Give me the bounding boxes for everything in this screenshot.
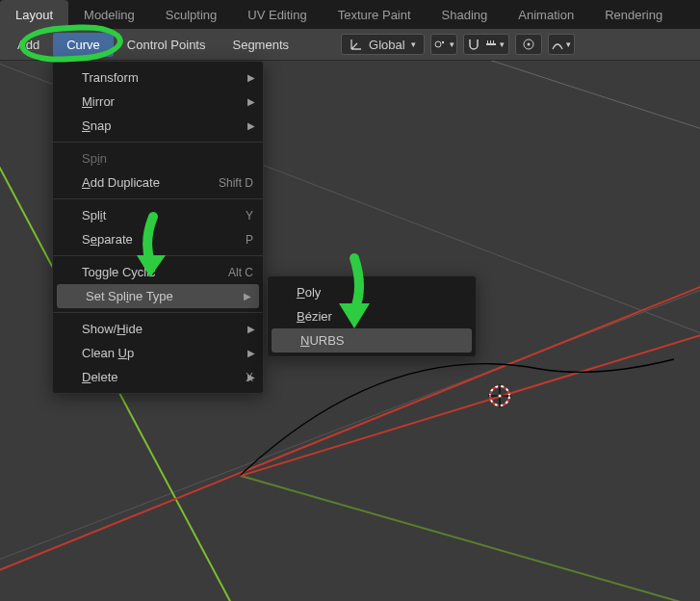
chevron-down-icon: ▾ bbox=[566, 39, 571, 49]
menu-item-label: Poly bbox=[297, 285, 466, 300]
chevron-down-icon: ▾ bbox=[411, 39, 416, 49]
submenu-item-nurbs[interactable]: NURBS bbox=[272, 328, 472, 353]
tab-rendering[interactable]: Rendering bbox=[589, 0, 678, 29]
svg-rect-4 bbox=[490, 40, 491, 43]
menu-separator bbox=[53, 198, 263, 199]
submenu-item-poly[interactable]: Poly bbox=[268, 280, 476, 304]
3d-cursor bbox=[486, 382, 513, 409]
submenu-caret-icon: ▶ bbox=[247, 348, 255, 358]
menu-item-label: Transform bbox=[82, 70, 253, 85]
submenu-caret-icon: ▶ bbox=[247, 96, 255, 107]
proportional-icon bbox=[522, 38, 535, 51]
chevron-down-icon: ▾ bbox=[450, 39, 454, 49]
svg-point-7 bbox=[527, 43, 530, 46]
submenu-caret-icon: ▶ bbox=[247, 120, 255, 131]
menu-item-label: Show/Hide bbox=[82, 322, 253, 336]
menu-add[interactable]: Add bbox=[4, 33, 53, 57]
grid-line bbox=[404, 61, 700, 211]
tab-modeling[interactable]: Modeling bbox=[68, 0, 150, 29]
chevron-down-icon: ▾ bbox=[500, 39, 505, 49]
menu-item-shortcut: P bbox=[246, 233, 253, 247]
menu-item-label: Snap bbox=[82, 118, 253, 133]
magnet-icon bbox=[467, 38, 480, 51]
tab-uv-editing[interactable]: UV Editing bbox=[232, 0, 322, 29]
set-spline-type-submenu: Poly Bézier NURBS bbox=[267, 275, 477, 357]
svg-rect-2 bbox=[486, 43, 496, 45]
pivot-icon bbox=[432, 37, 448, 52]
menu-item-add-duplicate[interactable]: Add Duplicate Shift D bbox=[53, 170, 263, 195]
curve-menu: Transform ▶ Mirror ▶ Snap ▶ Spin Add Dup… bbox=[52, 61, 264, 394]
svg-point-0 bbox=[435, 41, 441, 47]
transform-orientation-label: Global bbox=[369, 38, 405, 52]
menu-item-label: NURBS bbox=[300, 333, 462, 348]
menu-item-snap[interactable]: Snap ▶ bbox=[53, 114, 263, 138]
svg-rect-3 bbox=[487, 40, 488, 43]
menu-item-set-spline-type[interactable]: Set Spline Type ▶ bbox=[57, 284, 259, 308]
menu-separator bbox=[53, 255, 263, 256]
tab-animation[interactable]: Animation bbox=[503, 0, 589, 29]
workspace-tab-bar: Layout Modeling Sculpting UV Editing Tex… bbox=[0, 0, 700, 29]
svg-rect-5 bbox=[493, 40, 494, 43]
menu-item-split[interactable]: Split Y bbox=[53, 203, 263, 227]
tab-layout[interactable]: Layout bbox=[0, 0, 68, 29]
submenu-caret-icon: ▶ bbox=[247, 372, 255, 382]
menu-item-shortcut: Alt C bbox=[228, 266, 253, 279]
svg-point-1 bbox=[442, 41, 444, 43]
menu-item-spin: Spin bbox=[53, 146, 263, 170]
menu-separator bbox=[53, 312, 263, 313]
tab-shading[interactable]: Shading bbox=[427, 0, 504, 29]
menu-item-label: Separate bbox=[82, 232, 230, 247]
submenu-caret-icon: ▶ bbox=[244, 291, 251, 301]
menu-item-show-hide[interactable]: Show/Hide ▶ bbox=[53, 317, 263, 341]
tab-texture-paint[interactable]: Texture Paint bbox=[323, 0, 427, 29]
transform-orientation-dropdown[interactable]: Global ▾ bbox=[341, 34, 425, 55]
menu-curve[interactable]: Curve bbox=[53, 33, 114, 57]
axis-line-y bbox=[241, 475, 700, 601]
menu-control-points[interactable]: Control Points bbox=[114, 33, 220, 57]
menu-item-shortcut: Shift D bbox=[219, 176, 253, 190]
menu-separator bbox=[53, 142, 263, 143]
proportional-falloff-dropdown[interactable]: ▾ bbox=[548, 34, 575, 55]
menu-item-label: Clean Up bbox=[82, 346, 253, 360]
submenu-caret-icon: ▶ bbox=[247, 324, 255, 334]
pivot-point-dropdown[interactable]: ▾ bbox=[430, 34, 457, 55]
menu-item-clean-up[interactable]: Clean Up ▶ bbox=[53, 341, 263, 365]
menu-item-label: Split bbox=[82, 208, 230, 222]
menu-item-label: Delete bbox=[82, 370, 230, 384]
menu-item-label: Toggle Cyclic bbox=[82, 265, 213, 279]
submenu-item-bezier[interactable]: Bézier bbox=[268, 304, 476, 328]
menu-item-label: Mirror bbox=[82, 94, 253, 109]
menu-item-shortcut: Y bbox=[246, 209, 253, 222]
menu-item-delete[interactable]: Delete X ▶ bbox=[53, 365, 263, 389]
menu-item-label: Add Duplicate bbox=[82, 175, 203, 190]
menu-segments[interactable]: Segments bbox=[219, 33, 302, 57]
menu-item-separate[interactable]: Separate P bbox=[53, 227, 263, 251]
orientation-icon bbox=[350, 38, 363, 51]
submenu-caret-icon: ▶ bbox=[247, 72, 255, 83]
menu-item-label: Spin bbox=[82, 151, 253, 166]
editor-menu-bar: Add Curve Control Points Segments Global… bbox=[0, 29, 700, 61]
proportional-editing-toggle[interactable] bbox=[515, 34, 542, 55]
tab-sculpting[interactable]: Sculpting bbox=[150, 0, 232, 29]
snap-increment-icon bbox=[484, 38, 498, 51]
menu-item-label: Bézier bbox=[297, 309, 466, 324]
menu-item-transform[interactable]: Transform ▶ bbox=[53, 65, 263, 90]
svg-point-12 bbox=[499, 395, 502, 398]
menu-item-toggle-cyclic[interactable]: Toggle Cyclic Alt C bbox=[53, 260, 263, 284]
menu-item-label: Set Spline Type bbox=[86, 289, 249, 303]
menu-item-mirror[interactable]: Mirror ▶ bbox=[53, 90, 263, 114]
snap-toggle[interactable]: ▾ bbox=[463, 34, 509, 55]
falloff-curve-icon bbox=[551, 38, 564, 51]
